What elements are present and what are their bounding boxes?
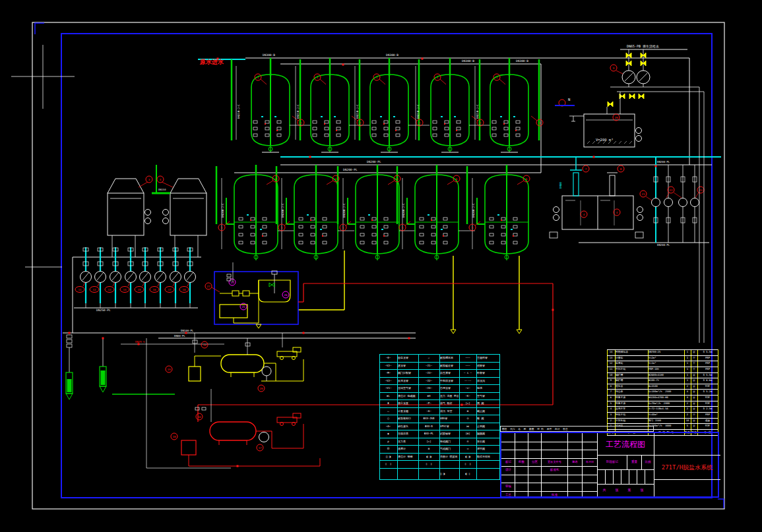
- tag-number: 9: [613, 67, 615, 70]
- legend-cell: —V1—: [380, 384, 397, 392]
- legend-cell: [⊠]: [460, 430, 476, 438]
- label: DN200-J-C: [402, 203, 405, 218]
- table-cell: 张: [611, 484, 623, 496]
- valve-icon: [420, 225, 424, 228]
- tag-number: 17: [168, 288, 172, 291]
- tag-leader: [162, 182, 173, 187]
- valve-icon: [431, 225, 435, 228]
- tag-leader: [173, 282, 175, 286]
- table-cell: 批准: [542, 491, 567, 498]
- legend-cell: 蝶 阀: [477, 415, 499, 423]
- equipment-cell: 衬胶: [698, 384, 717, 390]
- legend-cell: [✕]: [419, 438, 439, 446]
- valve-icon: [269, 283, 274, 287]
- mark: [274, 116, 276, 117]
- pipe: [624, 141, 627, 144]
- equipment-cell: 型号 IS80: [649, 418, 683, 424]
- mark: [395, 130, 397, 131]
- valve-icon: [492, 134, 496, 136]
- valve-icon: [490, 241, 493, 244]
- tag-number: 16: [153, 288, 156, 291]
- tag-number: 24: [230, 281, 234, 284]
- equipment-cell: FRP: [698, 361, 717, 367]
- level-gauge-icon: [637, 215, 643, 221]
- legend-cell: Φ: [380, 399, 397, 407]
- equipment-cell: 1: [685, 361, 690, 367]
- equipment-cell: 5: [608, 401, 614, 407]
- grid-line: [501, 450, 597, 450]
- valve-icon: [311, 225, 315, 228]
- valve-icon: [360, 218, 364, 220]
- mark: [497, 214, 499, 216]
- valve-icon: [265, 134, 269, 136]
- legend-cell: ▭: [380, 407, 397, 415]
- valve-icon: [639, 94, 644, 99]
- legend-cell: [✕]: [460, 399, 476, 407]
- tag-number: 6: [335, 177, 337, 181]
- valve-icon: [501, 241, 505, 244]
- legend-cell: ———: [460, 362, 476, 370]
- flow-arrow: [655, 165, 657, 167]
- flow-arrow: [408, 338, 410, 340]
- tag-leader: [666, 192, 669, 198]
- valve-icon: [504, 127, 508, 130]
- grid-line: [621, 469, 621, 484]
- valve-icon: [325, 121, 329, 123]
- label: DN300-B: [386, 53, 398, 57]
- tag-number: 3: [148, 178, 150, 181]
- equipment-cell: Φ100—7t: [649, 378, 683, 384]
- flow-arrow: [102, 338, 104, 340]
- equipment-cell: 1: [685, 378, 690, 384]
- valve-icon: [504, 134, 508, 136]
- legend-cell: ▯ ▯: [380, 460, 397, 468]
- equipment-cell: 6: [608, 395, 614, 401]
- legend-cell: 树脂捕捉器: [440, 354, 459, 362]
- legend-cell: —J2—: [419, 377, 439, 385]
- tag-number: 16: [197, 415, 201, 419]
- legend-cell: UPVC管: [440, 423, 459, 430]
- valve-icon: [323, 218, 327, 220]
- valve-icon: [313, 127, 317, 130]
- equipment-cell: 个: [691, 355, 697, 361]
- label: DN250-PL: [96, 309, 111, 312]
- valve-icon: [372, 121, 376, 123]
- tank-roof: [170, 179, 206, 193]
- valve-icon: [372, 134, 376, 136]
- valve-icon: [501, 225, 505, 228]
- equipment-cell: 台: [691, 372, 697, 378]
- legend-cell: 压力表: [398, 438, 418, 446]
- equipment-cell: 喷射器: [616, 384, 647, 390]
- tag-leader: [327, 181, 333, 185]
- equipment-cell: 1: [685, 349, 690, 355]
- legend-cell: 调节阀: [477, 445, 499, 453]
- valve-icon: [492, 121, 496, 123]
- label: DN200-PL: [657, 243, 670, 247]
- tag-leader: [320, 79, 326, 84]
- legend-cell: —0—: [380, 354, 397, 362]
- valve-icon: [501, 233, 505, 236]
- legend-cell: — s —: [460, 369, 476, 377]
- dosing-pump: [232, 291, 239, 296]
- label: DN200-J-C: [472, 203, 475, 218]
- sump-pit: [550, 232, 557, 238]
- flow-arrow: [237, 465, 239, 467]
- equipment-cell: 4: [685, 389, 690, 395]
- valve-icon: [299, 233, 303, 236]
- water-tank: [108, 193, 144, 235]
- pump-icon: [155, 272, 166, 283]
- equipment-cell: V=40m³: [649, 412, 683, 418]
- pump-icon: [185, 272, 196, 283]
- equipment-cell: δ 6.6m: [698, 378, 717, 384]
- table-cell: 标准化: [542, 466, 567, 475]
- mark: [383, 123, 385, 125]
- tag-number: 5: [402, 226, 404, 229]
- level-gauge-icon: [145, 218, 151, 224]
- pump-icon: [125, 272, 137, 283]
- level-gauge-icon: [637, 207, 643, 213]
- legend-cell: 主物料管: [477, 354, 499, 362]
- label: DN250-J-C: [237, 104, 240, 119]
- equipment-cell: 3: [608, 412, 614, 418]
- label: DN200-J-C: [281, 203, 284, 218]
- flow-arrow: [217, 58, 219, 60]
- valve-icon: [516, 127, 520, 130]
